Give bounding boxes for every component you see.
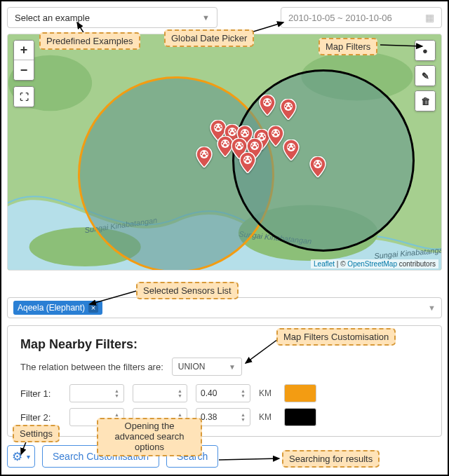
filter-lat-input[interactable]: ▲▼ xyxy=(69,384,124,402)
sensor-chip[interactable]: Aqeela (Elephant) × xyxy=(13,301,102,315)
svg-point-72 xyxy=(293,147,295,148)
filter-radius-input[interactable]: 0.40▲▼ xyxy=(196,384,250,402)
svg-point-58 xyxy=(240,143,241,144)
svg-point-22 xyxy=(219,125,220,126)
svg-point-81 xyxy=(245,157,246,158)
svg-point-60 xyxy=(241,145,243,147)
map-marker[interactable] xyxy=(196,147,213,168)
example-selector[interactable]: Select an example ▼ xyxy=(7,7,217,28)
annotation-predefined: Predefined Examples xyxy=(39,32,140,50)
svg-point-19 xyxy=(287,107,290,109)
svg-point-11 xyxy=(264,102,265,103)
svg-point-90 xyxy=(320,163,321,165)
svg-point-59 xyxy=(236,145,237,147)
leaflet-link[interactable]: Leaflet xyxy=(314,260,335,268)
svg-point-41 xyxy=(258,136,260,137)
svg-point-16 xyxy=(289,104,290,105)
chevron-down-icon: ▼ xyxy=(229,363,236,371)
filter-lon-input[interactable]: ▲▼ xyxy=(133,384,187,402)
svg-point-64 xyxy=(255,143,257,144)
svg-point-12 xyxy=(269,102,271,103)
relation-label: The relation between the filters are: xyxy=(20,362,163,372)
settings-button[interactable]: ⚙ ▾ xyxy=(7,445,35,468)
svg-point-28 xyxy=(233,129,234,130)
svg-point-53 xyxy=(222,143,223,144)
filter-color-swatch[interactable] xyxy=(284,384,316,402)
date-range-value: 2010-10-05 ~ 2010-10-06 xyxy=(288,13,392,23)
selected-sensors-list[interactable]: Aqeela (Elephant) × ▼ xyxy=(7,297,442,318)
stepper-arrows[interactable]: ▲▼ xyxy=(177,388,182,398)
svg-point-83 xyxy=(244,159,246,161)
svg-point-76 xyxy=(205,151,206,153)
svg-point-75 xyxy=(201,151,203,153)
filter-radius-input[interactable]: 0.38▲▼ xyxy=(196,408,250,426)
annotation-searching: Searching for results xyxy=(282,450,380,468)
map-marker[interactable] xyxy=(283,140,300,161)
sensor-chip-label: Aqeela (Elephant) xyxy=(18,303,85,313)
annotation-map-filters: Map Filters xyxy=(319,38,377,55)
annotation-global-date: Global Date Picker xyxy=(164,29,254,47)
filter-label: Filter 1: xyxy=(20,388,61,399)
osm-link[interactable]: OpenStreetMap xyxy=(347,260,397,268)
zoom-out-button[interactable]: − xyxy=(14,60,34,80)
filter-label: Filter 2: xyxy=(20,412,61,423)
svg-point-55 xyxy=(224,144,227,147)
zoom-in-button[interactable]: + xyxy=(14,41,34,60)
expand-sensors-icon[interactable]: ▼ xyxy=(428,304,436,312)
filter-color-swatch[interactable] xyxy=(284,408,316,426)
svg-point-67 xyxy=(253,146,257,149)
draw-circle-button[interactable]: ● xyxy=(415,41,435,60)
map-marker[interactable] xyxy=(280,99,297,120)
global-date-picker[interactable]: 2010-10-05 ~ 2010-10-06 ▦ xyxy=(281,7,442,28)
svg-point-10 xyxy=(268,100,269,101)
remove-chip-button[interactable]: × xyxy=(88,303,98,313)
relation-value: UNION xyxy=(178,362,206,372)
svg-point-66 xyxy=(257,145,258,147)
stepper-arrows[interactable]: ▲▼ xyxy=(241,388,246,398)
svg-point-45 xyxy=(273,130,274,132)
annotation-sensors-list: Selected Sensors List xyxy=(136,282,239,299)
chevron-down-icon: ▾ xyxy=(27,453,30,461)
chevron-down-icon: ▼ xyxy=(202,13,210,22)
svg-point-31 xyxy=(231,132,234,135)
map-controls-right: ● ✎ 🗑 xyxy=(415,40,436,111)
fullscreen-button[interactable]: ⛶ xyxy=(14,87,34,107)
annotation-open-advanced: Opening the advanced search options xyxy=(97,418,202,456)
svg-point-51 xyxy=(222,141,224,142)
svg-point-89 xyxy=(314,163,316,165)
map-marker[interactable] xyxy=(309,156,326,177)
svg-point-52 xyxy=(226,141,227,142)
annotation-settings: Settings xyxy=(13,425,60,442)
edit-shapes-button[interactable]: ✎ xyxy=(415,66,435,86)
stepper-arrows[interactable]: ▲▼ xyxy=(114,388,119,398)
svg-point-85 xyxy=(246,160,250,163)
svg-point-49 xyxy=(274,133,278,136)
svg-point-88 xyxy=(319,161,320,163)
stepper-arrows[interactable]: ▲▼ xyxy=(241,412,246,422)
svg-point-73 xyxy=(290,147,293,150)
map-attribution: Leaflet | © OpenStreetMap contributors xyxy=(311,259,438,268)
svg-point-15 xyxy=(286,104,287,105)
svg-point-78 xyxy=(206,154,208,155)
svg-point-18 xyxy=(290,106,292,107)
svg-point-79 xyxy=(203,154,206,157)
svg-point-77 xyxy=(201,154,202,155)
delete-shapes-button[interactable]: 🗑 xyxy=(415,91,435,111)
relation-select[interactable]: UNION ▼ xyxy=(172,358,242,376)
svg-point-63 xyxy=(252,143,253,144)
svg-point-82 xyxy=(248,157,250,158)
gear-icon: ⚙ xyxy=(12,449,22,464)
map-marker[interactable] xyxy=(239,152,256,173)
filter-unit: KM xyxy=(259,388,276,398)
svg-point-48 xyxy=(278,132,279,134)
map-marker[interactable] xyxy=(267,125,284,147)
svg-point-24 xyxy=(220,127,222,128)
svg-point-71 xyxy=(288,147,289,148)
svg-point-9 xyxy=(264,100,266,101)
map-view[interactable]: Sungai Kinabatangan Sungai Kinabatangan … xyxy=(7,34,442,271)
svg-point-35 xyxy=(241,132,243,134)
svg-point-27 xyxy=(229,129,231,130)
svg-line-99 xyxy=(219,458,279,460)
map-marker[interactable] xyxy=(259,95,276,116)
filter-row: Filter 2:▲▼▲▼0.38▲▼KM xyxy=(20,408,429,426)
